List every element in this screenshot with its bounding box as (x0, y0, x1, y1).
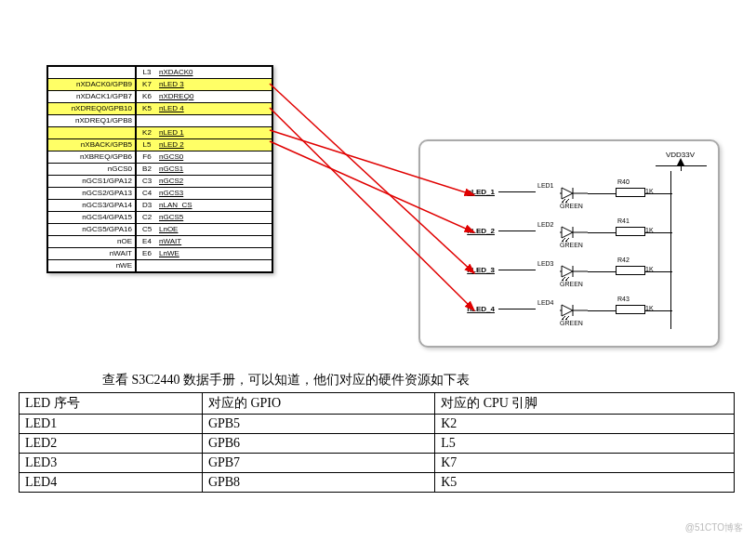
pin-row: nGCS3/GPA14D3nLAN_CS (48, 200, 272, 212)
led-row: nLED_4LED4GREENR431K (439, 296, 699, 333)
svg-marker-24 (562, 305, 573, 316)
resistor-label: R41 (617, 217, 630, 224)
led-row: nLED_1LED1GREENR401K (439, 178, 699, 216)
pin-row: L3nXDACK0 (48, 67, 272, 79)
led-row: nLED_2LED2GREENR411K (439, 217, 699, 255)
led-row: nLED_3LED3GREENR421K (439, 257, 699, 294)
led-mapping-table: LED 序号对应的 GPIO对应的 CPU 引脚 LED1GPB5K2LED2G… (19, 392, 735, 493)
led-label: LED2 (537, 221, 554, 228)
pin-row: nGCS0B2nGCS1 (48, 164, 272, 176)
pin-row: nXDREQ1/GPB8 (48, 115, 272, 127)
pin-row: nXBACK/GPB5L5nLED 2 (48, 139, 272, 151)
pin-row: nGCS2/GPA13C4nGCS3 (48, 188, 272, 200)
table-header: LED 序号 (20, 393, 203, 415)
pin-row: nXDACK0/GPB9K7nLED 3 (48, 79, 272, 91)
table-header: 对应的 GPIO (202, 393, 434, 415)
resistor-icon (616, 188, 645, 197)
vdd-arrow-icon (677, 158, 684, 165)
svg-marker-0 (562, 188, 573, 199)
resistor-icon (616, 266, 645, 275)
led-label: LED1 (537, 182, 554, 189)
watermark: @51CTO博客 (685, 521, 743, 534)
led-color-label: GREEN (560, 320, 583, 326)
resistor-label: R42 (617, 257, 630, 263)
table-row: LED1GPB5K2 (20, 415, 735, 434)
led-signal-label: nLED_3 (439, 266, 498, 274)
pin-row: K2nLED 1 (48, 127, 272, 139)
svg-marker-8 (562, 227, 573, 238)
table-row: LED4GPB8K5 (20, 473, 735, 493)
led-signal-label: nLED_4 (439, 305, 498, 313)
resistor-label: R43 (617, 296, 630, 302)
table-header: 对应的 CPU 引脚 (435, 393, 735, 415)
resistor-icon (616, 305, 645, 314)
pin-row: nXDACK1/GPB7K6nXDREQ0 (48, 91, 272, 103)
pin-row: nGCS1/GPA12C3nGCS2 (48, 176, 272, 188)
cpu-pin-table: L3nXDACK0nXDACK0/GPB9K7nLED 3nXDACK1/GPB… (46, 65, 273, 273)
diode-icon (560, 264, 588, 283)
pin-row: nGCS4/GPA15C2nGCS5 (48, 212, 272, 224)
led-signal-label: nLED_1 (439, 188, 498, 196)
diode-icon (560, 225, 588, 244)
led-label: LED4 (537, 299, 554, 306)
pin-row: nGCS5/GPA16C5LnOE (48, 224, 272, 236)
pin-row: nWE (48, 260, 272, 271)
caption-text: 查看 S3C2440 数据手册，可以知道，他们对应的硬件资源如下表 (102, 372, 747, 389)
led-color-label: GREEN (560, 281, 583, 287)
table-row: LED2GPB6L5 (20, 434, 735, 454)
resistor-label: R40 (617, 178, 630, 185)
svg-marker-16 (562, 266, 573, 277)
schematic-diagram: L3nXDACK0nXDACK0/GPB9K7nLED 3nXDACK1/GPB… (9, 46, 744, 362)
table-row: LED3GPB7K7 (20, 454, 735, 473)
pin-row: nWAITE6LnWE (48, 248, 272, 260)
led-label: LED3 (537, 260, 554, 267)
resistor-icon (616, 227, 645, 236)
led-color-label: GREEN (560, 242, 583, 248)
pin-row: nXBREQ/GPB6F6nGCS0 (48, 151, 272, 164)
diode-icon (560, 186, 588, 204)
led-signal-label: nLED_2 (439, 227, 498, 235)
led-circuit: VDD33V nLED_1LED1GREENR401KnLED_2LED2GRE… (418, 139, 720, 348)
led-color-label: GREEN (560, 203, 583, 209)
pin-row: nXDREQ0/GPB10K5nLED 4 (48, 103, 272, 115)
pin-row: nOEE4nWAIT (48, 236, 272, 248)
diode-icon (560, 303, 588, 322)
